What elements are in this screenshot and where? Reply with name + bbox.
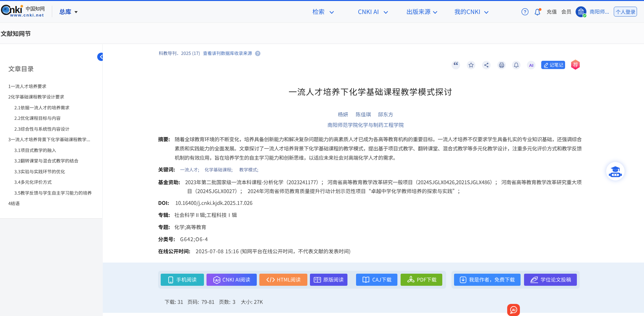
svg-text:?: ? xyxy=(524,9,527,14)
svg-text:AI: AI xyxy=(529,63,533,67)
svg-text:“: “ xyxy=(453,61,458,69)
svg-text:AI: AI xyxy=(215,278,219,282)
svg-text:?: ? xyxy=(256,51,259,56)
svg-text:AI: AI xyxy=(512,308,515,312)
